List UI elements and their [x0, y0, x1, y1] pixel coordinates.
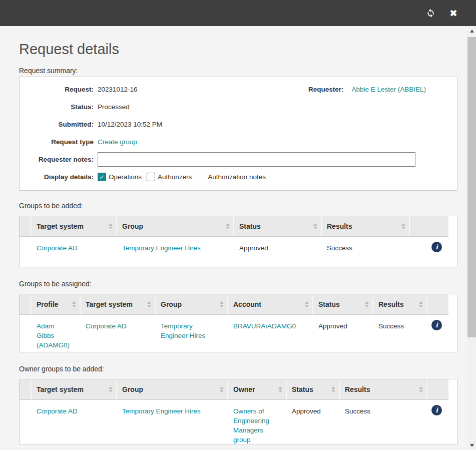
col-header-group[interactable]: Group: [156, 294, 228, 315]
groups-assigned-label: Groups to be assigned:: [19, 280, 457, 288]
display-details-label: Display details:: [20, 173, 94, 181]
col-header-group[interactable]: Group: [117, 216, 234, 237]
sort-icon[interactable]: [401, 223, 405, 229]
target-system-cell: Corporate AD: [32, 237, 117, 267]
sort-icon[interactable]: [109, 223, 113, 229]
close-icon[interactable]: ✖: [449, 9, 457, 18]
target-system-cell: Corporate AD: [81, 315, 156, 352]
sort-icon[interactable]: [220, 301, 224, 307]
status-cell: Approved: [287, 400, 340, 444]
col-header-target-system[interactable]: Target system: [32, 379, 117, 400]
profile-link[interactable]: Adam Gibbs (ADAMG0): [37, 322, 70, 349]
group-link[interactable]: Temporary Engineer Hires: [161, 322, 205, 339]
col-header-target-system[interactable]: Target system: [32, 216, 117, 237]
sort-icon[interactable]: [419, 386, 423, 392]
sort-icon[interactable]: [147, 301, 151, 307]
requester-notes-label: Requester notes:: [20, 156, 94, 163]
sort-icon[interactable]: [278, 386, 282, 392]
request-type-label: Request type: [20, 138, 94, 146]
requester-notes-row: Requester notes:: [20, 151, 457, 168]
col-header-status[interactable]: Status: [287, 379, 340, 400]
col-header-results[interactable]: Results: [373, 294, 427, 315]
submitted-value: 10/12/2023 10:52 PM: [98, 121, 162, 128]
scroll-down-icon[interactable]: [467, 441, 476, 449]
target-system-link[interactable]: Corporate AD: [86, 322, 127, 330]
col-header-info: [427, 294, 448, 315]
sort-icon[interactable]: [419, 301, 423, 307]
group-cell: Temporary Engineer Hires: [117, 237, 234, 267]
results-cell: Success: [340, 400, 427, 444]
groups-added-label: Groups to be added:: [19, 202, 457, 210]
request-row: Request: 20231012-16 Requester: Abbie E …: [20, 81, 457, 98]
col-header-results[interactable]: Results: [322, 216, 410, 237]
request-value: 20231012-16: [98, 86, 138, 93]
info-cell: i: [427, 315, 448, 352]
col-header-target-system[interactable]: Target system: [81, 294, 156, 315]
requester-group: Requester: Abbie E Lester (ABBIEL): [308, 86, 457, 93]
target-system-link[interactable]: Corporate AD: [37, 244, 78, 252]
authorization-notes-checkbox: [197, 173, 205, 181]
sort-icon[interactable]: [220, 386, 224, 392]
info-cell: i: [410, 237, 448, 267]
results-cell: Success: [322, 237, 410, 267]
vertical-scrollbar[interactable]: [467, 26, 476, 450]
col-header-account[interactable]: Account: [228, 294, 313, 315]
row-selector-header: [20, 379, 32, 400]
refresh-icon[interactable]: [425, 8, 436, 19]
scrollbar-thumb[interactable]: [467, 37, 476, 337]
row-selector-header: [20, 216, 32, 237]
requester-notes-input[interactable]: [98, 152, 415, 167]
owner-cell: Owners of Engineering Managers group: [228, 400, 287, 444]
col-header-results[interactable]: Results: [340, 379, 427, 400]
status-cell: Approved: [234, 237, 322, 267]
col-header-owner[interactable]: Owner: [228, 379, 287, 400]
authorizers-checkbox[interactable]: [147, 173, 155, 181]
row-selector-header: [20, 294, 32, 315]
owner-groups-added-table: Target system Group Owner Status Results…: [19, 379, 457, 445]
group-link[interactable]: Temporary Engineer Hires: [122, 407, 201, 415]
dialog-titlebar: ✖: [0, 0, 476, 26]
status-cell: Approved: [313, 315, 373, 352]
status-label: Status:: [20, 103, 94, 111]
request-type-link[interactable]: Create group: [98, 138, 137, 146]
owner-link[interactable]: Owners of Engineering Managers group: [233, 407, 269, 443]
info-cell: i: [427, 400, 448, 444]
table-row-spacer: [20, 237, 32, 267]
scroll-up-icon[interactable]: [467, 27, 476, 35]
sort-icon[interactable]: [109, 386, 113, 392]
col-header-profile[interactable]: Profile: [32, 294, 81, 315]
sort-icon[interactable]: [365, 301, 369, 307]
sort-icon[interactable]: [305, 301, 309, 307]
table-row-spacer: [20, 400, 32, 444]
col-header-status[interactable]: Status: [234, 216, 322, 237]
results-cell: Success: [373, 315, 427, 352]
profile-cell: Adam Gibbs (ADAMG0): [32, 315, 81, 352]
info-icon[interactable]: i: [431, 242, 442, 252]
request-details-page: Request details Request summary: Request…: [0, 40, 476, 445]
request-type-row: Request type Create group: [20, 133, 457, 151]
col-header-status[interactable]: Status: [313, 294, 373, 315]
table-row-spacer: [20, 315, 32, 352]
requester-label: Requester:: [308, 86, 344, 93]
col-header-group[interactable]: Group: [117, 379, 228, 400]
owner-groups-added-label: Owner groups to be added:: [19, 365, 457, 373]
group-cell: Temporary Engineer Hires: [156, 315, 228, 352]
target-system-cell: Corporate AD: [32, 400, 117, 444]
group-link[interactable]: Temporary Engineer Hires: [122, 244, 201, 252]
requester-link[interactable]: Abbie E Lester (ABBIEL): [351, 86, 426, 93]
col-header-info: [410, 216, 448, 237]
request-summary-label: Request summary:: [19, 67, 457, 75]
col-header-info: [427, 379, 448, 400]
request-summary-panel: Request: 20231012-16 Requester: Abbie E …: [19, 77, 457, 191]
sort-icon[interactable]: [313, 223, 317, 229]
target-system-link[interactable]: Corporate AD: [37, 407, 78, 415]
sort-icon[interactable]: [72, 301, 76, 307]
info-icon[interactable]: i: [431, 320, 442, 330]
sort-icon[interactable]: [226, 223, 230, 229]
sort-icon[interactable]: [331, 386, 335, 392]
info-icon[interactable]: i: [431, 405, 442, 415]
authorizers-checkbox-label: Authorizers: [158, 173, 192, 181]
account-link[interactable]: BRAVURA\ADAMG0: [233, 322, 296, 330]
operations-checkbox[interactable]: [98, 173, 106, 181]
group-cell: Temporary Engineer Hires: [117, 400, 228, 444]
